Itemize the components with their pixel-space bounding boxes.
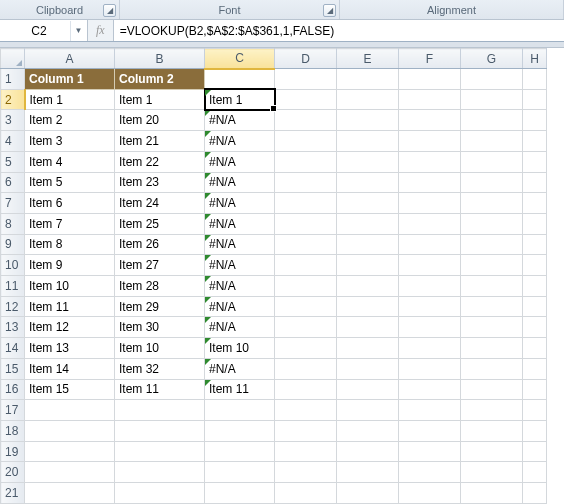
cell[interactable]: Item 10 (115, 338, 205, 359)
cell[interactable] (275, 69, 337, 90)
row-header[interactable]: 2 (1, 89, 25, 110)
cell[interactable] (275, 151, 337, 172)
table-row[interactable]: 8Item 7Item 25#N/A (1, 213, 547, 234)
name-box[interactable]: ▼ (0, 20, 88, 41)
row-header[interactable]: 6 (1, 172, 25, 193)
cell[interactable] (523, 400, 547, 421)
col-header-H[interactable]: H (523, 49, 547, 69)
table-row[interactable]: 17 (1, 400, 547, 421)
cell[interactable] (523, 213, 547, 234)
cell[interactable] (275, 358, 337, 379)
cell[interactable] (523, 69, 547, 90)
row-header[interactable]: 21 (1, 483, 25, 504)
cell[interactable] (399, 89, 461, 110)
cell[interactable] (523, 172, 547, 193)
cell[interactable] (461, 400, 523, 421)
row-header[interactable]: 12 (1, 296, 25, 317)
cell[interactable] (275, 110, 337, 131)
cell[interactable] (275, 172, 337, 193)
chevron-down-icon[interactable]: ▼ (70, 21, 86, 41)
cell[interactable] (205, 69, 275, 90)
cell[interactable]: Item 11 (205, 379, 275, 400)
worksheet-grid[interactable]: A B C D E F G H 1Column 1Column 22Item 1… (0, 48, 564, 504)
cell[interactable] (205, 400, 275, 421)
cell[interactable]: Item 32 (115, 358, 205, 379)
dialog-launcher-icon[interactable]: ◢ (103, 4, 116, 17)
cell[interactable] (523, 420, 547, 441)
cell[interactable]: Item 20 (115, 110, 205, 131)
cell[interactable] (461, 89, 523, 110)
cell[interactable] (115, 441, 205, 462)
cell[interactable] (275, 379, 337, 400)
cell[interactable] (337, 317, 399, 338)
cell[interactable] (25, 462, 115, 483)
table-row[interactable]: 12Item 11Item 29#N/A (1, 296, 547, 317)
cell[interactable] (337, 151, 399, 172)
cell[interactable] (115, 462, 205, 483)
table-row[interactable]: 4Item 3Item 21#N/A (1, 131, 547, 152)
cell[interactable] (337, 296, 399, 317)
cell[interactable] (275, 234, 337, 255)
cell[interactable] (523, 193, 547, 214)
col-header-G[interactable]: G (461, 49, 523, 69)
table-row[interactable]: 10Item 9Item 27#N/A (1, 255, 547, 276)
cell[interactable] (275, 462, 337, 483)
cell[interactable] (275, 296, 337, 317)
row-header[interactable]: 8 (1, 213, 25, 234)
cell[interactable] (399, 193, 461, 214)
cell[interactable]: Item 7 (25, 213, 115, 234)
cell[interactable] (337, 193, 399, 214)
cell[interactable] (337, 89, 399, 110)
row-header[interactable]: 14 (1, 338, 25, 359)
cell[interactable]: #N/A (205, 276, 275, 297)
name-box-input[interactable] (0, 24, 70, 38)
cell[interactable] (337, 462, 399, 483)
grid-body[interactable]: 1Column 1Column 22Item 1Item 1Item 13Ite… (1, 69, 547, 504)
select-all-corner[interactable] (1, 49, 25, 69)
table-row[interactable]: 18 (1, 420, 547, 441)
cell[interactable] (115, 420, 205, 441)
table-row[interactable]: 3Item 2Item 20#N/A (1, 110, 547, 131)
cell[interactable]: Column 1 (25, 69, 115, 90)
cell[interactable] (523, 441, 547, 462)
row-header[interactable]: 10 (1, 255, 25, 276)
cell[interactable]: #N/A (205, 193, 275, 214)
cell[interactable] (461, 358, 523, 379)
cell[interactable] (25, 400, 115, 421)
cell[interactable]: #N/A (205, 131, 275, 152)
cell[interactable] (337, 400, 399, 421)
cell[interactable] (337, 483, 399, 504)
cell[interactable] (205, 462, 275, 483)
cell[interactable] (337, 420, 399, 441)
cell[interactable] (399, 69, 461, 90)
cell[interactable] (337, 213, 399, 234)
cell[interactable]: #N/A (205, 358, 275, 379)
cell[interactable] (399, 400, 461, 421)
cell[interactable] (461, 255, 523, 276)
cell[interactable]: Item 21 (115, 131, 205, 152)
cell[interactable] (399, 462, 461, 483)
cell[interactable] (337, 379, 399, 400)
cell[interactable] (523, 379, 547, 400)
cell[interactable]: Item 26 (115, 234, 205, 255)
cell[interactable] (461, 193, 523, 214)
cell[interactable]: Item 10 (205, 338, 275, 359)
cell[interactable] (337, 255, 399, 276)
table-row[interactable]: 21 (1, 483, 547, 504)
col-header-F[interactable]: F (399, 49, 461, 69)
cell[interactable] (461, 317, 523, 338)
cell[interactable]: Item 11 (25, 296, 115, 317)
cell[interactable] (275, 213, 337, 234)
row-header[interactable]: 1 (1, 69, 25, 90)
cell[interactable]: Column 2 (115, 69, 205, 90)
row-header[interactable]: 20 (1, 462, 25, 483)
col-header-B[interactable]: B (115, 49, 205, 69)
cell[interactable] (461, 379, 523, 400)
cell[interactable]: Item 1 (115, 89, 205, 110)
cell[interactable] (115, 400, 205, 421)
table-row[interactable]: 16Item 15Item 11Item 11 (1, 379, 547, 400)
cell[interactable] (523, 151, 547, 172)
cell[interactable]: Item 10 (25, 276, 115, 297)
cell[interactable] (523, 276, 547, 297)
cell[interactable] (399, 131, 461, 152)
